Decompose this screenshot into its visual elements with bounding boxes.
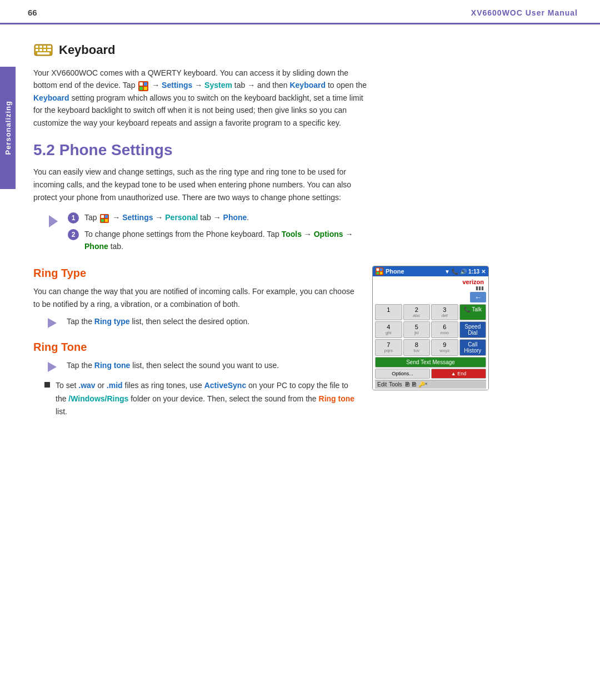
phone-backspace-row: ← <box>375 292 486 302</box>
close-icon[interactable]: ✕ <box>481 269 486 275</box>
svg-rect-9 <box>37 52 49 54</box>
phone-screenshot: Phone ▼ 📞 🔊 1:13 ✕ verizon ▮▮▮ <box>372 266 489 420</box>
svg-rect-24 <box>380 272 383 275</box>
signal-icon: ▼ <box>444 269 450 275</box>
key-4[interactable]: 4ghi <box>375 321 402 338</box>
phone-keypad-row2: 4ghi 5jkl 6mno Speed Dial <box>375 321 486 338</box>
toolbar-tools[interactable]: Tools <box>389 381 402 388</box>
keyboard-link2: Keyboard <box>33 93 69 102</box>
mid-link: .mid <box>107 381 123 390</box>
send-text-message-btn[interactable]: Send Text Message <box>375 357 486 368</box>
key-2[interactable]: 2abc <box>403 304 431 320</box>
key-1[interactable]: 1 <box>375 304 402 320</box>
side-tab-label: Personalizing <box>4 101 12 155</box>
settings-link: Settings <box>162 81 192 90</box>
keyboard-link: Keyboard <box>289 81 326 90</box>
activesync-link: ActiveSync <box>204 381 246 390</box>
ring-type-body: You can change the way that you are noti… <box>33 285 356 311</box>
svg-rect-17 <box>105 215 108 217</box>
ring-tone-heading: Ring Tone <box>33 341 356 354</box>
phone-options-end-row: Options... ▲ End <box>375 369 486 379</box>
key-3[interactable]: 3def <box>431 304 458 320</box>
phone-title-text: Phone <box>386 268 404 275</box>
svg-rect-2 <box>39 46 42 48</box>
svg-rect-13 <box>139 87 143 90</box>
steps-section: 1 Tap → Settings → Personal tab → Phone.… <box>44 212 367 252</box>
phone-keypad-row1: 1 2abc 3def 📞 Talk <box>375 304 486 320</box>
volume-icon: 🔊 <box>460 269 467 275</box>
side-tab: Personalizing <box>0 67 16 189</box>
page-header: 66 XV6600WOC User Manual <box>0 0 600 24</box>
arrow-bullet-icon-2 <box>44 360 60 374</box>
ring-tone-note-text: To set .wav or .mid files as ring tones,… <box>56 379 356 418</box>
phone-verizon-text: verizon <box>375 279 486 285</box>
ring-tone-bullet-row: Tap the Ring tone list, then select the … <box>44 359 356 374</box>
ring-tone-note-1: To set .wav or .mid files as ring tones,… <box>44 379 356 418</box>
arrow-tip-icon <box>44 213 61 230</box>
phone-icon: 📞 <box>452 269 458 275</box>
manual-title: XV6600WOC User Manual <box>471 8 578 17</box>
key-7[interactable]: 7pqrs <box>375 339 402 356</box>
svg-rect-3 <box>43 46 46 48</box>
ring-type-heading: Ring Type <box>33 267 356 280</box>
phone-start-icon <box>376 267 383 275</box>
ring-left: Ring Type You can change the way that yo… <box>33 256 356 420</box>
svg-rect-18 <box>101 219 104 221</box>
toolbar-edit[interactable]: Edit <box>377 381 387 388</box>
key-speed-dial[interactable]: Speed Dial <box>459 321 487 338</box>
phone-settings-section: 5.2 Phone Settings <box>33 141 506 159</box>
options-link: Options <box>314 230 343 239</box>
phone-toolbar: Edit Tools 🖹 🖹 🔑ˣ <box>375 380 486 389</box>
keyboard-heading-text: Keyboard <box>59 43 115 57</box>
svg-rect-11 <box>139 82 143 86</box>
svg-rect-21 <box>377 269 379 271</box>
key-9[interactable]: 9wxyz <box>431 339 458 356</box>
ring-tone-link: Ring tone <box>94 361 131 370</box>
svg-rect-14 <box>144 87 147 90</box>
key-call-history[interactable]: Call History <box>459 339 487 356</box>
phone-body: verizon ▮▮▮ ← 1 2abc 3def 📞 Talk <box>373 276 488 390</box>
step-1-text: Tap → Settings → Personal tab → Phone. <box>84 212 367 224</box>
phone-titlebar: Phone ▼ 📞 🔊 1:13 ✕ <box>373 266 488 276</box>
phone-keypad-row3: 7pqrs 8tuv 9wxyz Call History <box>375 339 486 356</box>
start-menu-icon-inline <box>138 81 148 91</box>
key-6[interactable]: 6mno <box>431 321 458 338</box>
svg-rect-23 <box>377 272 379 275</box>
main-content: Keyboard Your XV6600WOC comes with a QWE… <box>0 24 533 431</box>
phone-titlebar-left: Phone <box>376 267 404 275</box>
phone-ui: Phone ▼ 📞 🔊 1:13 ✕ verizon ▮▮▮ <box>372 266 489 390</box>
phone-settings-body: You can easily view and change settings,… <box>33 166 372 204</box>
start-menu-icon2 <box>100 214 109 223</box>
svg-rect-8 <box>47 49 51 51</box>
svg-rect-22 <box>380 269 383 271</box>
svg-rect-1 <box>36 46 38 48</box>
svg-rect-4 <box>47 46 51 48</box>
toolbar-icons: 🖹 🖹 🔑ˣ <box>404 381 428 388</box>
personal-link: Personal <box>165 213 198 222</box>
step-2-number: 2 <box>68 229 79 240</box>
phone-signal-bars: ▮▮▮ <box>375 285 486 291</box>
key-8[interactable]: 8tuv <box>403 339 431 356</box>
phone-titlebar-icons: ▼ 📞 🔊 1:13 ✕ <box>444 269 486 275</box>
steps-list: 1 Tap → Settings → Personal tab → Phone.… <box>68 212 367 252</box>
ring-section-row: Ring Type You can change the way that yo… <box>33 256 506 420</box>
key-talk[interactable]: 📞 Talk <box>459 304 487 320</box>
svg-rect-5 <box>36 49 38 51</box>
keyboard-body: Your XV6600WOC comes with a QWERTY keybo… <box>33 67 372 129</box>
wav-link: .wav <box>78 381 95 390</box>
key-5[interactable]: 5jkl <box>403 321 431 338</box>
options-btn[interactable]: Options... <box>375 369 430 379</box>
end-btn[interactable]: ▲ End <box>431 369 486 379</box>
windows-rings-link: /Windows/Rings <box>68 394 128 403</box>
system-link: System <box>204 81 232 90</box>
time-display: 1:13 <box>468 269 479 275</box>
keyboard-section-heading: Keyboard <box>33 40 506 60</box>
step-2-text: To change phone settings from the Phone … <box>84 229 367 252</box>
step-1: 1 Tap → Settings → Personal tab → Phone. <box>68 212 367 224</box>
ring-type-link: Ring type <box>94 317 130 326</box>
svg-rect-7 <box>43 49 46 51</box>
step-2: 2 To change phone settings from the Phon… <box>68 229 367 252</box>
bullet-square-1 <box>44 382 50 388</box>
phone-backspace-btn[interactable]: ← <box>470 292 486 302</box>
ring-tone-link2: Ring tone <box>319 394 355 403</box>
